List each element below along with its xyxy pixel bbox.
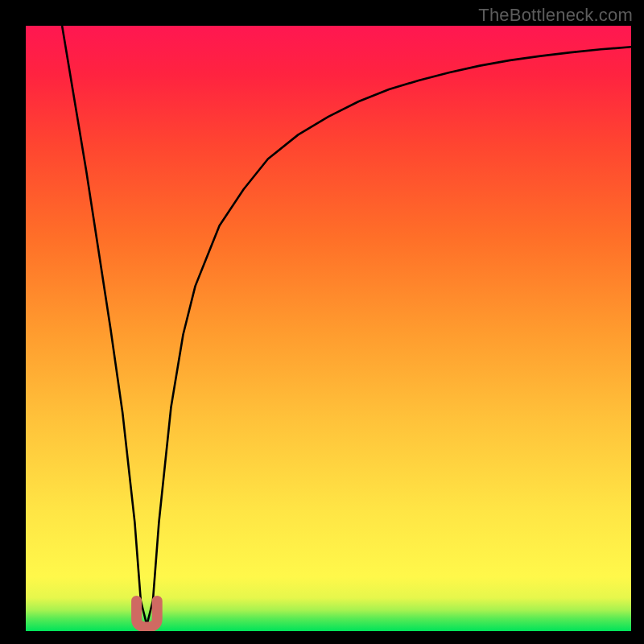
watermark-text: TheBottleneck.com [478, 5, 633, 26]
plot-area [26, 26, 631, 631]
chart-frame: TheBottleneck.com [0, 0, 644, 644]
bottleneck-curve [62, 26, 631, 625]
optimal-marker [137, 601, 158, 627]
curve-layer [26, 26, 631, 631]
